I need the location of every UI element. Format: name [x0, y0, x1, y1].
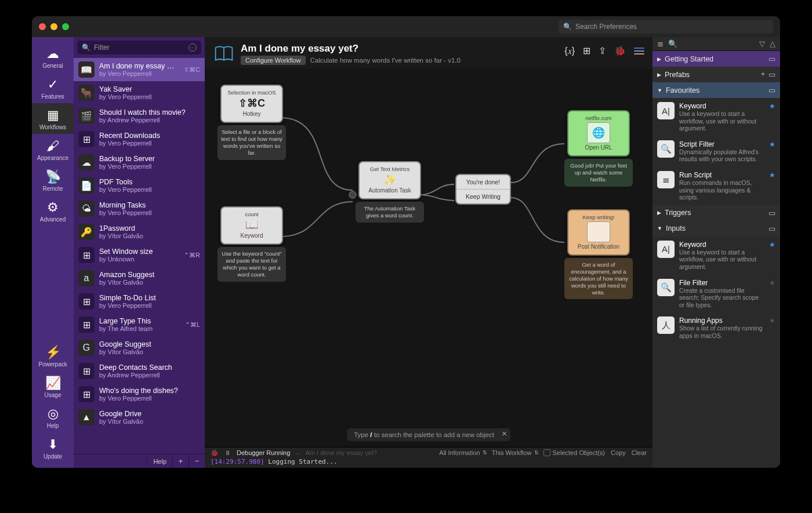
section-triggers[interactable]: ▶ Triggers ▭: [652, 205, 780, 221]
node-post-notification[interactable]: Keep writing! 🗒 Post Notification Get a …: [564, 209, 633, 299]
star-icon[interactable]: ★: [769, 171, 775, 201]
workflow-item[interactable]: 🐂 Yak Saver by Vero Pepperrell: [74, 81, 205, 104]
workflow-item[interactable]: ⊞ Recent Downloads by Vero Pepperrell: [74, 128, 205, 151]
workflow-item[interactable]: ⊞ Large Type This by The Alfred team ⌃⌘L: [74, 313, 205, 336]
workflow-item[interactable]: ⊞ Set Window size by Unknown ⌃⌘R: [74, 243, 205, 267]
node-hotkey[interactable]: Selection in macOS ⇧⌘C Hotkey Select a f…: [217, 85, 286, 160]
chevron-down-icon: ▼: [657, 225, 662, 231]
workflow-item-title: Amazon Suggest: [99, 271, 200, 279]
window-icon[interactable]: ▭: [768, 86, 775, 94]
sidebar-item-workflows[interactable]: ▦ Workflows: [32, 103, 74, 134]
palette-item[interactable]: 人 Running Apps Show a list of currently …: [652, 312, 780, 343]
list-icon[interactable]: ≣: [657, 39, 664, 48]
pause-button[interactable]: ⏸: [224, 449, 231, 456]
minimize-window-button[interactable]: [50, 23, 57, 30]
window-icon[interactable]: ▭: [768, 224, 775, 233]
palette-item[interactable]: 🔍 File Filter Create a customised file s…: [652, 275, 780, 313]
debug-clear-button[interactable]: Clear: [632, 449, 647, 456]
workflow-item[interactable]: 📄 PDF Tools by Vero Pepperrell: [74, 174, 205, 197]
sidebar-item-remote[interactable]: 📡 Remote: [32, 165, 74, 195]
debugger-panel: 🐞 ⏸ Debugger Running – Am I done my essa…: [205, 447, 652, 468]
workflow-item[interactable]: 🔑 1Password by Vítor Galvão: [74, 220, 205, 243]
debugger-status: Debugger Running: [237, 449, 290, 456]
collapse-up-icon[interactable]: △: [770, 39, 775, 48]
workflow-item[interactable]: a Amazon Suggest by Vítor Galvão: [74, 267, 205, 290]
sidebar-item-label: Workflows: [39, 124, 66, 130]
workflow-item-title: Google Drive: [99, 410, 200, 418]
palette-item-desc: Use a keyword to start a workflow, use w…: [679, 110, 764, 132]
window-icon[interactable]: ▭: [768, 54, 775, 63]
sidebar-item-label: General: [42, 63, 63, 69]
sidebar-item-advanced[interactable]: ⚙ Advanced: [32, 195, 74, 226]
workflow-item[interactable]: G Google Suggest by Vítor Galvão: [74, 336, 205, 359]
remove-workflow-button[interactable]: −: [188, 454, 205, 468]
close-hint-button[interactable]: ✕: [502, 430, 507, 438]
hat-icon: ☁: [46, 46, 59, 61]
help-button[interactable]: Help: [147, 458, 172, 465]
star-icon[interactable]: ★: [769, 241, 775, 271]
palette-item[interactable]: A| Keyword Use a keyword to start a work…: [652, 237, 780, 275]
collapse-down-icon[interactable]: ▽: [759, 39, 765, 48]
workflow-item-icon: G: [78, 340, 95, 356]
workflow-item[interactable]: ⊞ Deep Contacts Search by Andrew Pepperr…: [74, 359, 205, 383]
star-icon[interactable]: ★: [769, 140, 775, 163]
palette-item[interactable]: ≣ Run Script Run commands in macOS, usin…: [652, 167, 780, 205]
workflow-item-author: by Vero Pepperrell: [99, 209, 200, 216]
add-icon[interactable]: +: [761, 70, 765, 79]
search-preferences-field[interactable]: 🔍 Search Preferences: [559, 20, 773, 34]
node-open-url[interactable]: netflix.com 🌐 Open URL Good job! Put you…: [564, 110, 633, 187]
debug-selected-checkbox[interactable]: Selected Object(s): [543, 449, 605, 456]
section-inputs[interactable]: ▼ Inputs ▭: [652, 221, 780, 237]
sidebar-item-general[interactable]: ☁ General: [32, 42, 74, 72]
workflow-list[interactable]: 📖 Am I done my essay yet? by Vero Pepper…: [74, 58, 205, 454]
sidebar-item-powerpack[interactable]: ⚡ Powerpack: [32, 340, 74, 371]
window-icon[interactable]: ▭: [768, 70, 775, 79]
workflow-item[interactable]: ⊞ Simple To-Do List by Vero Pepperrell: [74, 290, 205, 313]
sidebar-item-appearance[interactable]: 🖌 Appearance: [32, 134, 74, 165]
workflow-item-title: Google Suggest: [99, 340, 200, 348]
configure-workflow-button[interactable]: Configure Workflow: [241, 56, 306, 65]
window-icon[interactable]: ▭: [768, 209, 775, 217]
sidebar-item-usage[interactable]: 📈 Usage: [32, 371, 74, 402]
zoom-window-button[interactable]: [62, 23, 69, 30]
section-favourites[interactable]: ▼ Favourites ▭: [652, 82, 780, 98]
workflow-item-title: Set Window size: [99, 248, 177, 256]
workflow-item[interactable]: ▲ Google Drive by Vítor Galvão: [74, 406, 205, 429]
workflow-canvas[interactable]: Selection in macOS ⇧⌘C Hotkey Select a f…: [205, 68, 652, 447]
close-window-button[interactable]: [39, 23, 46, 30]
palette-toggle-button[interactable]: [634, 48, 644, 54]
workflow-filter-input[interactable]: 🔍 Filter ⋯: [77, 41, 201, 54]
debug-copy-button[interactable]: Copy: [611, 449, 626, 456]
export-button[interactable]: ⇪: [599, 45, 606, 56]
add-workflow-button[interactable]: +: [172, 454, 188, 468]
sidebar-item-features[interactable]: ✓ Features: [32, 72, 74, 103]
star-icon[interactable]: ★: [769, 316, 775, 339]
variables-button[interactable]: {𝑥}: [564, 46, 575, 56]
workflow-item[interactable]: 🎬 Should I watch this movie? by Andrew P…: [74, 104, 205, 128]
workflow-item[interactable]: ⊞ Who's doing the dishes? by Vero Pepper…: [74, 383, 205, 406]
globe-icon: 🌐: [587, 122, 610, 143]
debug-filter-scope[interactable]: This Workflow ⇅: [492, 449, 538, 456]
workflow-item-hotkey: ⇧⌘C: [184, 66, 200, 74]
workflow-item[interactable]: 📖 Am I done my essay yet? by Vero Pepper…: [74, 58, 205, 81]
workflow-item[interactable]: 🌤 Morning Tasks by Vero Pepperrell: [74, 197, 205, 220]
section-prefabs[interactable]: ▶ Prefabs +▭: [652, 67, 780, 82]
node-keyword[interactable]: count 📖 Keyword Use the keyword "count" …: [217, 206, 286, 282]
node-conditional[interactable]: You're done! Keep Writing: [455, 174, 511, 205]
workflow-item-icon: ⊞: [78, 293, 95, 310]
star-icon[interactable]: ★: [769, 279, 775, 309]
sidebar-item-help[interactable]: ◎ Help: [32, 402, 74, 432]
node-automation-task[interactable]: Get Text Metrics ✨ Automation Task The A…: [356, 161, 424, 223]
star-icon[interactable]: ★: [769, 102, 775, 132]
sidebar-item-update[interactable]: ⬇ Update: [32, 432, 74, 463]
palette-item[interactable]: A| Keyword Use a keyword to start a work…: [652, 98, 780, 136]
debug-filter-level[interactable]: All Information ⇅: [439, 449, 485, 456]
palette-item[interactable]: 🔍 Script Filter Dynamically populate Alf…: [652, 136, 780, 167]
filter-options-button[interactable]: ⋯: [188, 43, 197, 52]
workflow-item[interactable]: ☁ Backup to Server by Vero Pepperrell: [74, 151, 205, 174]
search-icon[interactable]: 🔍: [668, 39, 677, 48]
debug-button[interactable]: 🐞: [614, 45, 626, 56]
workflow-item-icon: ☁: [78, 154, 95, 170]
section-getting-started[interactable]: ▶ Getting Started ▭: [652, 51, 780, 67]
import-button[interactable]: ⊞: [583, 45, 590, 56]
